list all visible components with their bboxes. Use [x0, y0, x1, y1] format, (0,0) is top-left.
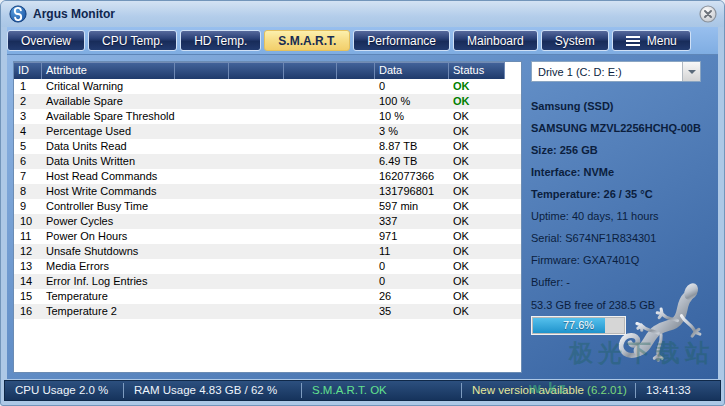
- status-update-notice[interactable]: New version available (6.2.01): [461, 383, 635, 398]
- cell-attribute: Data Units Read: [42, 139, 375, 154]
- update-text: New version available: [472, 384, 584, 396]
- table-row[interactable]: 11Power On Hours971OK: [14, 229, 521, 244]
- column-header-filler: [505, 62, 521, 79]
- cell-id: 7: [14, 169, 42, 184]
- chevron-down-icon: [688, 70, 696, 74]
- table-row[interactable]: 7Host Read Commands162077366OK: [14, 169, 521, 184]
- cell-id: 11: [14, 229, 42, 244]
- column-header-spacer[interactable]: [284, 62, 337, 79]
- cell-attribute: Available Spare Threshold: [42, 109, 375, 124]
- table-row[interactable]: 4Percentage Used3 %OK: [14, 124, 521, 139]
- close-button[interactable]: [698, 4, 718, 24]
- tab-label: Menu: [647, 34, 677, 48]
- cell-attribute: Critical Warning: [42, 79, 375, 94]
- gecko-logo-icon: [611, 277, 719, 369]
- column-header-status[interactable]: Status: [449, 62, 505, 79]
- cell-data: 597 min: [375, 199, 449, 214]
- close-icon: [698, 4, 718, 24]
- titlebar[interactable]: Argus Monitor: [1, 1, 724, 27]
- table-row[interactable]: 16Temperature 235OK: [14, 304, 521, 319]
- column-header-attribute[interactable]: Attribute: [42, 62, 175, 79]
- column-header-data[interactable]: Data: [375, 62, 449, 79]
- table-row[interactable]: 2Available Spare100 %OK: [14, 94, 521, 109]
- status-ram-usage: RAM Usage 4.83 GB / 62 %: [123, 383, 301, 398]
- cell-attribute: Unsafe Shutdowns: [42, 244, 375, 259]
- table-row[interactable]: 12Unsafe Shutdowns11OK: [14, 244, 521, 259]
- cell-data: 971: [375, 229, 449, 244]
- cell-id: 16: [14, 304, 42, 319]
- argus-logo-icon: [9, 5, 27, 23]
- cell-id: 9: [14, 199, 42, 214]
- table-row[interactable]: 13Media Errors0OK: [14, 259, 521, 274]
- cell-data: 0: [375, 259, 449, 274]
- drive-info-line: Size: 256 GB: [531, 139, 719, 161]
- column-header-spacer[interactable]: [337, 62, 375, 79]
- table-row[interactable]: 10Power Cycles337OK: [14, 214, 521, 229]
- cell-status: OK: [449, 154, 521, 169]
- cell-status: OK: [449, 274, 521, 289]
- tab-overview[interactable]: Overview: [7, 30, 85, 51]
- cell-attribute: Error Inf. Log Entries: [42, 274, 375, 289]
- table-row[interactable]: 15Temperature26OK: [14, 289, 521, 304]
- column-header-id[interactable]: ID: [14, 62, 42, 79]
- cell-attribute: Data Units Written: [42, 154, 375, 169]
- cell-id: 6: [14, 154, 42, 169]
- cell-status: OK: [449, 199, 521, 214]
- cell-id: 4: [14, 124, 42, 139]
- drive-info-line: Serial: S674NF1R834301: [531, 227, 719, 249]
- menu-hamburger-icon: [626, 36, 640, 46]
- tab-mainboard[interactable]: Mainboard: [453, 30, 538, 51]
- update-version: (6.2.01): [587, 384, 627, 396]
- table-row[interactable]: 1Critical Warning0OK: [14, 79, 521, 94]
- table-row[interactable]: 3Available Spare Threshold10 %OK: [14, 109, 521, 124]
- drive-info-line: Temperature: 26 / 35 °C: [531, 183, 719, 205]
- column-header-spacer[interactable]: [229, 62, 284, 79]
- table-row[interactable]: 5Data Units Read8.87 TBOK: [14, 139, 521, 154]
- tab-system[interactable]: System: [541, 30, 609, 51]
- status-cpu-usage: CPU Usage 2.0 %: [5, 383, 123, 398]
- cell-data: 10 %: [375, 109, 449, 124]
- cell-attribute: Host Read Commands: [42, 169, 375, 184]
- cell-id: 5: [14, 139, 42, 154]
- cell-status: OK: [449, 79, 521, 94]
- cell-data: 3 %: [375, 124, 449, 139]
- cell-attribute: Media Errors: [42, 259, 375, 274]
- table-row[interactable]: 14Error Inf. Log Entries0OK: [14, 274, 521, 289]
- tab-label: CPU Temp.: [102, 34, 163, 48]
- cell-status: OK: [449, 169, 521, 184]
- tab-hd-temp[interactable]: HD Temp.: [180, 30, 261, 51]
- cell-data: 131796801: [375, 184, 449, 199]
- tab-label: System: [555, 34, 595, 48]
- tab-label: Performance: [367, 34, 436, 48]
- drive-selector-value: Drive 1 (C: D: E:): [532, 66, 682, 78]
- smart-table: IDAttributeDataStatus 1Critical Warning0…: [13, 61, 522, 373]
- cell-status: OK: [449, 94, 521, 109]
- cell-id: 8: [14, 184, 42, 199]
- table-row[interactable]: 9Controller Busy Time597 minOK: [14, 199, 521, 214]
- tab-label: Mainboard: [467, 34, 524, 48]
- tab-cpu-temp[interactable]: CPU Temp.: [88, 30, 177, 51]
- window-title: Argus Monitor: [33, 7, 698, 21]
- table-row[interactable]: 6Data Units Written6.49 TBOK: [14, 154, 521, 169]
- cell-id: 13: [14, 259, 42, 274]
- cell-data: 26: [375, 289, 449, 304]
- main-content: IDAttributeDataStatus 1Critical Warning0…: [7, 55, 718, 379]
- dropdown-button[interactable]: [682, 62, 700, 81]
- drive-info-list: Samsung (SSD)SAMSUNG MZVL2256HCHQ-00BSiz…: [531, 95, 719, 293]
- tab-performance[interactable]: Performance: [353, 30, 450, 51]
- app-window: Argus Monitor OverviewCPU Temp.HD Temp.S…: [0, 0, 725, 406]
- drive-info-line: Samsung (SSD): [531, 95, 719, 117]
- cell-data: 162077366: [375, 169, 449, 184]
- tab-s-m-a-r-t[interactable]: S.M.A.R.T.: [264, 30, 350, 51]
- cell-status: OK: [449, 139, 521, 154]
- table-row[interactable]: 8Host Write Commands131796801OK: [14, 184, 521, 199]
- cell-attribute: Power Cycles: [42, 214, 375, 229]
- tab-label: Overview: [21, 34, 71, 48]
- tab-menu[interactable]: Menu: [612, 30, 691, 51]
- drive-info-line: Firmware: GXA7401Q: [531, 249, 719, 271]
- cell-id: 10: [14, 214, 42, 229]
- drive-selector[interactable]: Drive 1 (C: D: E:): [531, 61, 701, 82]
- column-header-spacer[interactable]: [175, 62, 229, 79]
- cell-id: 12: [14, 244, 42, 259]
- cell-attribute: Power On Hours: [42, 229, 375, 244]
